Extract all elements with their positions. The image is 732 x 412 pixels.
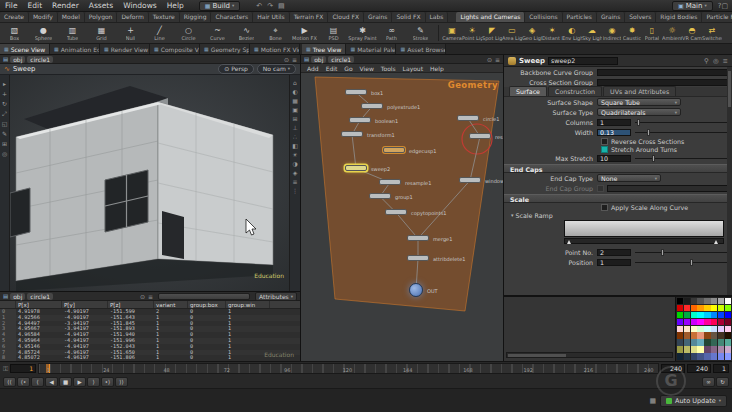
next-keyframe-button[interactable]: •⟩ (101, 377, 114, 387)
menu-file[interactable]: File (0, 0, 23, 12)
pin-icon[interactable]: ⊙ (284, 56, 289, 63)
play-button[interactable]: ▶ (73, 377, 86, 387)
realtime-toggle-button[interactable]: ↻ (716, 377, 729, 387)
column-header-p-y[interactable]: P[y] (62, 301, 108, 308)
shelf-tab-terrain-fx[interactable]: Terrain FX (290, 12, 329, 22)
shadows-icon[interactable]: ◑ (292, 160, 297, 167)
node-resample2[interactable]: resample2 (469, 133, 491, 139)
node-merge1[interactable]: merge1 (407, 235, 429, 241)
color-swatch[interactable] (697, 339, 703, 345)
surface-type-dropdown[interactable]: Quadrilaterals▾ (597, 108, 681, 116)
shelf-tool-tube[interactable]: ▥Tube (58, 23, 87, 44)
parameter-scrollbar[interactable] (727, 67, 732, 295)
column-header-p-z[interactable]: P[z] (108, 301, 154, 308)
color-swatch[interactable] (684, 332, 690, 338)
color-swatch[interactable] (697, 319, 703, 325)
max-stretch-slider[interactable] (635, 154, 727, 162)
shelf-tab-texture[interactable]: Texture (149, 12, 180, 22)
cross-section-group-input[interactable] (597, 79, 732, 86)
shelf-tool-curve[interactable]: ~Curve (203, 23, 232, 44)
color-swatch[interactable] (711, 353, 717, 359)
play-backwards-button[interactable]: ◀ (45, 377, 58, 387)
position-input[interactable]: 1 (597, 259, 631, 266)
color-swatch[interactable] (684, 353, 690, 359)
scale-tool-icon[interactable]: ⤢ (2, 110, 7, 117)
go-to-start-button[interactable]: ⟨⟨ (3, 377, 16, 387)
color-swatch[interactable] (677, 326, 683, 332)
end-frame-field[interactable]: 240 (661, 364, 685, 373)
color-swatch[interactable] (691, 353, 697, 359)
menu-assets[interactable]: Assets (84, 0, 118, 12)
color-swatch[interactable] (718, 353, 724, 359)
color-swatch[interactable] (704, 353, 710, 359)
color-swatch[interactable] (725, 319, 731, 325)
color-swatch[interactable] (725, 346, 731, 352)
pane-tab-tree-view[interactable]: ▦Tree View (302, 44, 346, 54)
color-swatch[interactable] (704, 312, 710, 318)
pane-menu-icon[interactable]: ≡ (292, 56, 297, 63)
shelf-tab-solid-fx[interactable]: Solid FX (392, 12, 425, 22)
pane-tab-material-palette[interactable]: ▦Material Palette (346, 44, 396, 54)
color-swatch[interactable] (711, 326, 717, 332)
stretch-around-turns-checkbox[interactable] (601, 146, 608, 153)
color-swatch[interactable] (725, 339, 731, 345)
color-swatch[interactable] (697, 346, 703, 352)
color-swatch[interactable] (697, 326, 703, 332)
previous-keyframe-button[interactable]: ⟨• (17, 377, 30, 387)
network-menu-add[interactable]: Add (304, 65, 322, 72)
color-swatch[interactable] (718, 339, 724, 345)
column-header-variant[interactable]: variant (154, 301, 188, 308)
network-canvas[interactable]: Geometry box1polyextrude1boolean1transfo… (301, 73, 503, 361)
shelf-tab-modify[interactable]: Modify (29, 12, 58, 22)
go-to-end-button[interactable]: ⟩⟩ (115, 377, 128, 387)
color-swatch[interactable] (684, 339, 690, 345)
shelf-tab-deform[interactable]: Deform (117, 12, 148, 22)
pane-tab-scene-view[interactable]: ▦Scene View (0, 44, 50, 54)
color-swatch[interactable] (691, 332, 697, 338)
node-sweep2[interactable]: sweep2 (345, 165, 367, 171)
color-swatch[interactable] (704, 339, 710, 345)
shelf-tool-psd[interactable]: ▤PSD (319, 23, 348, 44)
color-swatch[interactable] (697, 312, 703, 318)
camera-select-button[interactable]: No cam▾ (257, 64, 296, 74)
color-swatch[interactable] (718, 312, 724, 318)
pane-tab-render-view[interactable]: ▦Render View (100, 44, 150, 54)
color-swatch[interactable] (704, 326, 710, 332)
shelf-tab-grains[interactable]: Grains (364, 12, 392, 22)
color-swatch[interactable] (718, 305, 724, 311)
node-boolean1[interactable]: boolean1 (349, 117, 371, 123)
path-segment-obj[interactable]: obj (10, 56, 25, 63)
view-mode-icon[interactable]: ⌂ (293, 79, 297, 86)
point-no-slider[interactable] (635, 248, 727, 256)
network-menu-view[interactable]: View (357, 65, 377, 72)
color-swatch[interactable] (711, 346, 717, 352)
shelf-tool-indirect[interactable]: ◉Indirect (602, 23, 622, 44)
shelf-tab-create[interactable]: Create (0, 12, 29, 22)
path-segment-circle1[interactable]: circle1 (328, 56, 354, 63)
horizontal-scrollbar[interactable] (506, 352, 673, 358)
node-edgecusp1[interactable]: edgecusp1 (383, 147, 405, 153)
color-swatch[interactable] (677, 305, 683, 311)
width-input[interactable]: 0.13 (597, 129, 631, 136)
pane-menu-icon[interactable]: ≡ (495, 56, 500, 63)
color-swatch[interactable] (704, 346, 710, 352)
node-circle1[interactable]: circle1 (457, 115, 479, 121)
select-tool-icon[interactable]: ▸ (3, 80, 6, 87)
shelf-tool-circle[interactable]: ○Circle (174, 23, 203, 44)
pin-icon[interactable]: ◎ (713, 57, 719, 65)
lock-icon[interactable]: ⚲ (704, 57, 709, 65)
shelf-tool-bone[interactable]: ⌖Bone (261, 23, 290, 44)
spreadsheet-rows[interactable]: 04.91978-4.90197-151.59920114.92566-4.90… (0, 309, 300, 361)
shelf-tool-vr-cam[interactable]: ◓VR Cam (682, 23, 702, 44)
color-swatch[interactable] (684, 319, 690, 325)
shelf-tab-characters[interactable]: Characters (211, 12, 253, 22)
rotate-tool-icon[interactable]: ↻ (2, 100, 7, 107)
end-cap-type-dropdown[interactable]: None▾ (597, 174, 661, 182)
backface-icon[interactable]: ◧ (292, 142, 298, 149)
color-swatch[interactable] (691, 298, 697, 304)
color-swatch[interactable] (691, 305, 697, 311)
points-display-icon[interactable]: ∴ (293, 133, 297, 140)
color-swatch[interactable] (691, 346, 697, 352)
desktop-selector[interactable]: ▦ Build ▾ (199, 1, 241, 11)
color-swatch[interactable] (697, 305, 703, 311)
